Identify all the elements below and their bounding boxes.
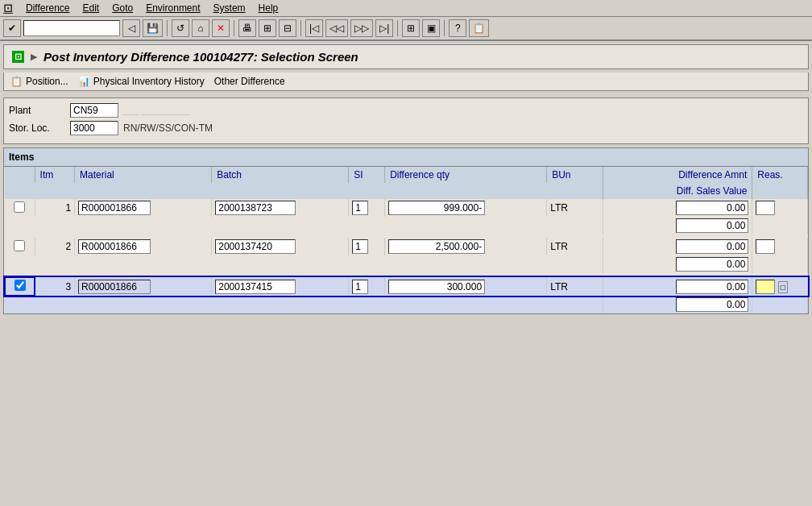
row2-reas-input[interactable] — [756, 239, 775, 254]
position-icon: 📋 — [10, 76, 23, 87]
row3-si-input[interactable] — [352, 280, 368, 294]
row1-batch-input[interactable] — [215, 201, 296, 215]
position-label: Position... — [26, 76, 68, 87]
row2-amnt-cell — [603, 238, 752, 255]
menu-item-environment[interactable]: Environment — [146, 2, 200, 14]
row3-checkbox-cell[interactable] — [5, 277, 35, 296]
row1-amnt-cell — [603, 199, 752, 217]
plant-row: Plant ___ _________ — [9, 103, 803, 118]
row2-material-cell — [75, 238, 212, 255]
table-row-sub-2 — [5, 255, 808, 273]
row1-checkbox[interactable] — [14, 201, 25, 213]
table-row: 2 LTR — [5, 238, 808, 255]
page-title: Post Inventory Difference 100104277: Sel… — [44, 50, 358, 64]
table-row-sub-3 — [5, 296, 808, 313]
row3-si-cell — [349, 277, 385, 296]
row2-checkbox-cell[interactable] — [5, 238, 35, 255]
back-button[interactable]: ◁ — [122, 19, 140, 37]
row3-extra-icon[interactable]: □ — [778, 281, 788, 293]
row1-diff-qty-input[interactable] — [388, 201, 485, 215]
help-button[interactable]: ? — [449, 19, 466, 37]
plant-input[interactable] — [70, 103, 118, 118]
menu-item-difference[interactable]: Difference — [26, 2, 69, 14]
app-icon: ⊡ — [3, 2, 13, 15]
toolbar: ✔ ◁ 💾 ↺ ⌂ ✕ 🖶 ⊞ ⊟ |◁ ◁◁ ▷▷ ▷| ⊞ ▣ ? 📋 — [0, 17, 812, 41]
title-icon: ⊡ — [12, 51, 24, 63]
sub-column-headers: Diff. Sales Value — [5, 183, 808, 199]
next-button[interactable]: ▷▷ — [350, 19, 373, 37]
row2-sub-spacer — [5, 255, 603, 273]
menu-item-goto[interactable]: Goto — [112, 2, 133, 14]
save-button[interactable]: 💾 — [143, 19, 163, 37]
print-button[interactable]: 🖶 — [238, 19, 256, 37]
row2-si-input[interactable] — [352, 239, 368, 254]
row3-sub-spacer — [5, 296, 603, 313]
prev-button[interactable]: ◁◁ — [325, 19, 348, 37]
menu-item-edit[interactable]: Edit — [82, 2, 99, 14]
position-button[interactable]: 📋 Position... — [10, 76, 68, 87]
layout-button[interactable]: ▣ — [422, 19, 440, 37]
col-si-header: SI — [349, 167, 385, 183]
row2-sales-input[interactable] — [676, 257, 748, 272]
command-input[interactable] — [23, 20, 120, 36]
menu-item-help[interactable]: Help — [259, 2, 279, 14]
row1-amnt-input[interactable] — [676, 201, 748, 215]
row2-batch-input[interactable] — [215, 239, 296, 254]
row2-diff-qty-input[interactable] — [388, 239, 485, 254]
col-spacer — [5, 183, 603, 199]
physical-inventory-history-button[interactable]: 📊 Physical Inventory History — [78, 76, 205, 87]
row3-reas-cell: □ — [752, 277, 808, 296]
row2-material-input[interactable] — [78, 239, 151, 254]
row3-reas-input[interactable] — [756, 280, 775, 294]
row2-reas-cell — [752, 238, 808, 255]
separator-4 — [397, 20, 398, 36]
row1-si-input[interactable] — [352, 201, 368, 215]
action-bar: 📋 Position... 📊 Physical Inventory Histo… — [3, 73, 809, 91]
row1-batch-cell — [212, 199, 349, 217]
info-button[interactable]: 📋 — [469, 19, 489, 37]
row1-material-cell — [75, 199, 212, 217]
items-section: Items Itm Material Batch SI Difference q… — [3, 147, 809, 314]
row3-amnt-cell — [603, 277, 752, 296]
stor-loc-input[interactable] — [70, 121, 118, 135]
title-panel: ⊡ ▶ Post Inventory Difference 100104277:… — [3, 44, 809, 69]
stop-button[interactable]: ✕ — [212, 19, 230, 37]
row1-diff-qty-cell — [385, 199, 547, 217]
row3-batch-input[interactable] — [215, 280, 296, 294]
row2-sales-cell — [603, 255, 752, 273]
last-button[interactable]: ▷| — [375, 19, 393, 37]
home-button[interactable]: ⌂ — [192, 19, 209, 37]
row3-diff-qty-input[interactable] — [388, 280, 485, 294]
row3-amnt-input[interactable] — [676, 280, 748, 294]
find-next-button[interactable]: ⊟ — [279, 19, 296, 37]
separator-1 — [167, 20, 168, 36]
other-difference-button[interactable]: Other Difference — [214, 76, 285, 87]
row3-checkbox[interactable] — [14, 280, 26, 291]
form-section: Plant ___ _________ Stor. Loc. RN/RW/SS/… — [3, 97, 809, 144]
main-content: ⊡ ▶ Post Inventory Difference 100104277:… — [0, 41, 812, 317]
find-button[interactable]: ⊞ — [259, 19, 276, 37]
row1-sales-input[interactable] — [676, 218, 748, 233]
row1-reas-input[interactable] — [756, 201, 775, 215]
table-row-sub-1 — [5, 217, 808, 234]
refresh-button[interactable]: ↺ — [172, 19, 189, 37]
menu-item-system[interactable]: System — [213, 2, 246, 14]
row1-material-input[interactable] — [78, 201, 151, 215]
row2-checkbox[interactable] — [14, 240, 25, 251]
col-bun-header: BUn — [547, 167, 603, 183]
table-row: 1 LTR — [5, 199, 808, 217]
row2-si-cell — [349, 238, 385, 255]
first-button[interactable]: |◁ — [305, 19, 323, 37]
checkmark-button[interactable]: ✔ — [3, 19, 21, 37]
history-icon: 📊 — [78, 76, 90, 87]
col-reas-header: Reas. — [752, 167, 808, 183]
grid-button[interactable]: ⊞ — [402, 19, 420, 37]
row1-si-cell — [349, 199, 385, 217]
title-arrow: ▶ — [31, 52, 37, 62]
row3-material-input[interactable] — [78, 280, 151, 294]
row3-sales-input[interactable] — [676, 297, 748, 312]
separator-3 — [300, 20, 301, 36]
row1-checkbox-cell[interactable] — [5, 199, 35, 217]
row2-amnt-input[interactable] — [676, 239, 748, 254]
col-batch-header: Batch — [212, 167, 349, 183]
